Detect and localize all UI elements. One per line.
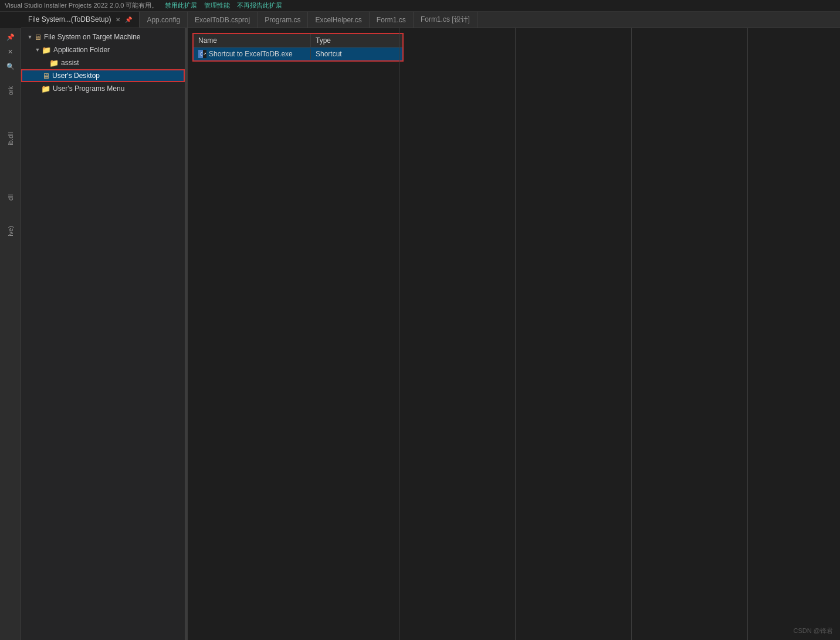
tab-appconfig-label: App.config xyxy=(147,16,180,24)
tree-content: ▼ 🖥 File System on Target Machine ▼ 📁 Ap… xyxy=(21,28,185,640)
cell-type-0: Shortcut xyxy=(311,49,402,59)
sidebar-label-dll: dll xyxy=(7,194,14,201)
tree-item-appfolder[interactable]: ▼ 📁 Application Folder xyxy=(21,43,185,56)
watermark: CSDN @锋君 xyxy=(794,627,833,635)
tree-label-userprograms: User's Programs Menu xyxy=(53,84,124,93)
tab-form1cs-label: Form1.cs xyxy=(377,16,406,24)
cell-name-0: ⬡ ↗ Shortcut to ExcelToDB.exe xyxy=(194,49,311,59)
tab-form1design-label: Form1.cs [设计] xyxy=(421,15,470,25)
cell-name-0-text: Shortcut to ExcelToDB.exe xyxy=(209,50,293,58)
tree-arrow-root: ▼ xyxy=(26,34,34,40)
tree-item-userprograms[interactable]: 📁 User's Programs Menu xyxy=(21,82,185,95)
tab-bar: File System...(ToDBSetup) ✕ 📌 App.config… xyxy=(21,12,840,28)
tab-filesystem-label: File System...(ToDBSetup) xyxy=(28,15,111,23)
tab-filesystem-close[interactable]: ✕ xyxy=(114,16,121,23)
info-link-noreport[interactable]: 不再报告此扩展 xyxy=(237,1,282,10)
table-row-0[interactable]: ⬡ ↗ Shortcut to ExcelToDB.exe Shortcut xyxy=(194,48,402,60)
tab-excelhelper-label: ExcelHelper.cs xyxy=(315,16,361,24)
panel-section-3 xyxy=(632,28,747,640)
tab-form1cs[interactable]: Form1.cs xyxy=(370,12,414,28)
tab-form1design[interactable]: Form1.cs [设计] xyxy=(414,12,477,28)
col-header-type[interactable]: Type xyxy=(311,34,402,47)
panel-section-2 xyxy=(516,28,631,640)
content-sections xyxy=(399,28,840,640)
tree-panel: ▼ 🖥 File System on Target Machine ▼ 📁 Ap… xyxy=(21,28,185,640)
tree-label-userdesktop: User's Desktop xyxy=(52,72,100,80)
tree-label-root: File System on Target Machine xyxy=(44,33,141,41)
file-table-header: Name Type xyxy=(194,34,402,48)
folder-icon-assist: 📁 xyxy=(49,59,59,67)
tab-appconfig[interactable]: App.config xyxy=(140,12,188,28)
sidebar-label-ibdll: ib.dll xyxy=(7,132,14,145)
info-link-disable[interactable]: 禁用此扩展 xyxy=(165,1,197,10)
sidebar-close-icon[interactable]: ✕ xyxy=(2,45,19,58)
tab-programcs-label: Program.cs xyxy=(265,16,300,24)
folder-icon-userdesktop: 🖥 xyxy=(42,72,50,80)
sidebar-label-ork: ork xyxy=(7,86,14,95)
tab-programcs[interactable]: Program.cs xyxy=(258,12,308,28)
col-header-name[interactable]: Name xyxy=(194,34,311,47)
tab-filesystem[interactable]: File System...(ToDBSetup) ✕ 📌 xyxy=(21,12,140,28)
main-area: 📌 ✕ 🔍 ork ib.dll dll ive) ▼ 🖥 File Syste… xyxy=(0,28,840,640)
panel-section-1 xyxy=(399,28,515,640)
tree-item-root[interactable]: ▼ 🖥 File System on Target Machine xyxy=(21,31,185,43)
tree-label-assist: assist xyxy=(61,59,79,67)
info-bar: Visual Studio Installer Projects 2022 2.… xyxy=(0,0,840,12)
shortcut-file-icon: ⬡ ↗ xyxy=(198,50,206,58)
file-table-box: Name Type ⬡ ↗ Shortcut to ExcelToDB.exe … xyxy=(192,33,404,62)
tab-excelhelper[interactable]: ExcelHelper.cs xyxy=(308,12,369,28)
folder-icon-appfolder: 📁 xyxy=(42,46,51,55)
info-link-perf[interactable]: 管理性能 xyxy=(204,1,230,10)
sidebar-pin-icon[interactable]: 📌 xyxy=(2,31,19,43)
tree-item-userdesktop[interactable]: 🖥 User's Desktop xyxy=(21,69,185,82)
sidebar-search-icon[interactable]: 🔍 xyxy=(2,60,19,73)
tab-pin[interactable]: 📌 xyxy=(125,16,132,23)
info-product: Visual Studio Installer Projects 2022 2.… xyxy=(5,1,158,10)
tree-arrow-appfolder: ▼ xyxy=(33,47,42,53)
tree-label-appfolder: Application Folder xyxy=(53,46,110,54)
far-left-sidebar: 📌 ✕ 🔍 ork ib.dll dll ive) xyxy=(0,28,21,640)
panel-section-4 xyxy=(748,28,840,640)
folder-icon-userprograms: 📁 xyxy=(41,84,50,93)
sidebar-label-ive: ive) xyxy=(7,226,14,236)
tab-exceltodb-label: ExcelToDB.csproj xyxy=(195,16,250,24)
tree-item-assist[interactable]: 📁 assist xyxy=(21,56,185,69)
tab-exceltodb[interactable]: ExcelToDB.csproj xyxy=(188,12,258,28)
content-panel: Name Type ⬡ ↗ Shortcut to ExcelToDB.exe … xyxy=(188,28,840,640)
folder-icon-root: 🖥 xyxy=(34,33,42,42)
